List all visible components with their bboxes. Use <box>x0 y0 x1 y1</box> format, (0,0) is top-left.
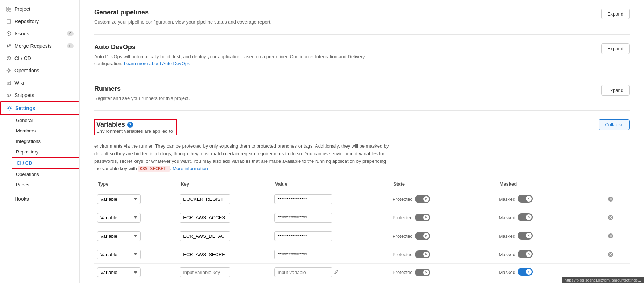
sidebar-item-settings-label: Settings <box>15 105 35 111</box>
table-row: VariableFileProtected✕Masked ✕ <box>94 208 630 227</box>
value-input-1[interactable] <box>274 213 332 223</box>
col-header-value: Value <box>271 178 390 190</box>
state-toggle-0[interactable]: ✕ <box>415 195 430 203</box>
sidebar-item-cicd[interactable]: CI / CD <box>0 52 79 64</box>
state-label-1: Protected <box>392 215 413 220</box>
table-row: VariableFileProtected✕Masked ✕ <box>94 190 630 208</box>
state-label-4: Protected <box>392 270 413 275</box>
svg-rect-3 <box>9 9 11 11</box>
sidebar-item-settings[interactable]: Settings <box>0 101 79 115</box>
svg-point-5 <box>8 33 9 34</box>
key-input-4[interactable] <box>180 267 230 277</box>
sidebar-item-hooks[interactable]: Hooks <box>0 193 79 205</box>
sidebar-sub-general[interactable]: General <box>12 115 79 126</box>
type-select-1[interactable]: VariableFile <box>97 213 141 223</box>
delete-btn-2[interactable] <box>605 231 616 241</box>
value-input-3[interactable] <box>274 250 332 259</box>
masked-toggle-3[interactable]: ✕ <box>518 250 533 259</box>
key-input-1[interactable] <box>180 213 230 223</box>
runners-desc: Register and see your runners for this p… <box>94 95 190 102</box>
k8s-tag: K8S_SECRET_ <box>138 166 170 172</box>
sidebar-sub-operations-label: Operations <box>16 172 39 177</box>
sidebar-sub-integrations[interactable]: Integrations <box>12 136 79 147</box>
auto-devops-title: Auto DevOps <box>94 43 370 51</box>
state-label-2: Protected <box>392 233 413 239</box>
section-runners: Runners Register and see your runners fo… <box>94 76 630 111</box>
edit-icon[interactable] <box>334 269 339 275</box>
key-input-3[interactable] <box>180 250 230 259</box>
masked-toggle-wrap-1: Masked ✕ <box>499 213 599 222</box>
masked-toggle-wrap-4: Masked ✓ <box>499 268 599 277</box>
key-input-0[interactable] <box>180 194 230 204</box>
masked-label-3: Masked <box>499 252 516 257</box>
col-header-state: State <box>390 178 496 190</box>
auto-devops-link[interactable]: Learn more about Auto DevOps <box>124 61 190 66</box>
type-select-3[interactable]: VariableFile <box>97 250 141 259</box>
sidebar-sub-members[interactable]: Members <box>12 126 79 136</box>
state-toggle-2[interactable]: ✕ <box>415 232 430 240</box>
auto-devops-expand-btn[interactable]: Expand <box>601 43 630 54</box>
state-toggle-wrap-0: Protected✕ <box>392 195 493 203</box>
settings-icon <box>7 105 12 111</box>
type-select-2[interactable]: VariableFile <box>97 231 141 241</box>
masked-toggle-2[interactable]: ✕ <box>518 232 533 241</box>
statusbar: https://blog.soshel.biz/omi/amour/settin… <box>562 277 644 283</box>
delete-btn-0[interactable] <box>605 194 616 204</box>
sidebar-item-project[interactable]: Project <box>0 3 79 15</box>
key-input-2[interactable] <box>180 231 230 241</box>
general-pipelines-expand-btn[interactable]: Expand <box>601 9 630 19</box>
col-header-type: Type <box>94 178 177 190</box>
masked-toggle-1[interactable]: ✕ <box>518 213 533 222</box>
variables-collapse-btn[interactable]: Collapse <box>599 119 630 130</box>
sidebar-item-issues[interactable]: Issues 0 <box>0 28 79 40</box>
sidebar-sub-cicd[interactable]: CI / CD <box>12 157 79 169</box>
state-toggle-4[interactable]: ✕ <box>415 269 430 276</box>
state-toggle-wrap-4: Protected✕ <box>392 269 493 276</box>
type-select-new[interactable]: VariableFile <box>97 267 141 277</box>
hooks-icon <box>6 196 12 202</box>
sidebar-item-issues-label: Issues <box>14 31 29 37</box>
delete-btn-3[interactable] <box>605 249 616 260</box>
type-select-0[interactable]: VariableFile <box>97 194 141 204</box>
state-toggle-3[interactable]: ✕ <box>415 250 430 258</box>
statusbar-url: https://blog.soshel.biz/omi/amour/settin… <box>565 278 641 282</box>
sidebar-sub-general-label: General <box>16 118 33 123</box>
sidebar-item-repository[interactable]: Repository <box>0 15 79 28</box>
masked-toggle-4[interactable]: ✓ <box>518 268 533 277</box>
section-general-pipelines: General pipelines Customize your pipelin… <box>94 0 630 35</box>
operations-icon <box>6 68 12 73</box>
value-input-4[interactable] <box>274 267 332 277</box>
masked-toggle-wrap-3: Masked ✕ <box>499 250 599 259</box>
sidebar-item-merge-requests[interactable]: Merge Requests 0 <box>0 40 79 52</box>
sidebar-item-project-label: Project <box>14 6 30 12</box>
sidebar-sub-repository[interactable]: Repository <box>12 147 79 157</box>
state-label-0: Protected <box>392 197 413 202</box>
variables-title: Variables <box>96 121 125 128</box>
variables-help-icon[interactable]: ? <box>127 122 133 128</box>
repository-icon <box>6 18 12 24</box>
state-toggle-1[interactable]: ✕ <box>415 214 430 221</box>
value-input-0[interactable] <box>274 194 332 204</box>
main-content: General pipelines Customize your pipelin… <box>80 0 644 283</box>
issues-badge: 0 <box>67 31 74 36</box>
sidebar-sub-operations[interactable]: Operations <box>12 169 79 179</box>
table-row: VariableFileProtected✕Masked ✕ <box>94 245 630 264</box>
variables-title-box: Variables ? Environment variables are ap… <box>94 119 177 135</box>
sidebar-item-wiki[interactable]: Wiki <box>0 77 79 89</box>
sidebar-item-operations[interactable]: Operations <box>0 64 79 77</box>
state-label-3: Protected <box>392 252 413 257</box>
state-toggle-wrap-2: Protected✕ <box>392 232 493 240</box>
delete-btn-1[interactable] <box>605 212 616 223</box>
value-input-2[interactable] <box>274 231 332 241</box>
merge-icon <box>6 43 12 49</box>
section-auto-devops: Auto DevOps Auto DevOps will automatical… <box>94 35 630 76</box>
svg-rect-2 <box>7 9 8 11</box>
sidebar-sub-integrations-label: Integrations <box>16 139 41 144</box>
masked-toggle-0[interactable]: ✕ <box>518 195 533 204</box>
sidebar-sub-pages[interactable]: Pages <box>12 179 79 190</box>
merge-badge: 0 <box>67 43 74 48</box>
sidebar-item-snippets[interactable]: Snippets <box>0 89 79 101</box>
sidebar-item-cicd-label: CI / CD <box>14 55 31 61</box>
more-info-link[interactable]: More information <box>173 166 208 171</box>
runners-expand-btn[interactable]: Expand <box>601 85 630 96</box>
